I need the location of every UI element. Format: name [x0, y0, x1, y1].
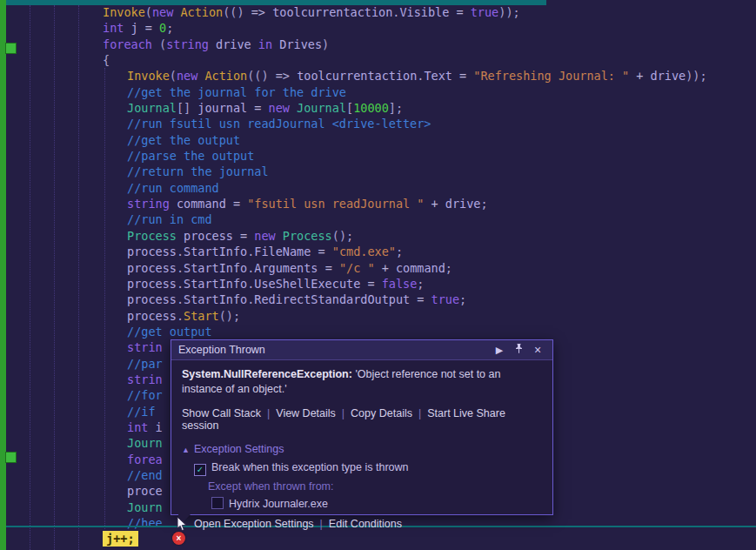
code-token: Journ	[127, 500, 163, 514]
except-when-thrown-label: Except when thrown from:	[182, 480, 542, 493]
code-line[interactable]: Invoke(new Action(() => toolcurrentactio…	[103, 4, 707, 20]
code-token: =	[318, 261, 339, 275]
code-token: =	[360, 277, 381, 291]
code-token: (	[145, 5, 152, 19]
code-token: //run fsutil usn readJournal <drive-lett…	[127, 117, 432, 131]
code-token: =	[410, 292, 431, 306]
code-token: ;	[480, 197, 487, 211]
code-token: .	[177, 292, 184, 306]
code-token: forea	[127, 453, 163, 466]
code-line[interactable]: //return the journal	[103, 164, 707, 179]
code-line[interactable]: Process process = new Process();	[103, 228, 707, 244]
code-token: =	[226, 197, 247, 211]
exception-settings-label: Exception Settings	[194, 443, 284, 455]
code-token: []	[177, 101, 197, 115]
code-token: strin	[127, 340, 163, 354]
code-token: =	[233, 229, 254, 243]
code-line[interactable]: //get the output	[103, 132, 707, 148]
code-token: ;	[396, 245, 403, 258]
code-token: proce	[127, 484, 163, 498]
popup-link-open-exception-settings[interactable]: Open Exception Settings	[194, 518, 314, 530]
code-token: )	[322, 37, 329, 51]
code-token: strin	[127, 372, 163, 386]
indent-guide	[54, 5, 55, 550]
code-token: "Refreshing Journal: "	[473, 69, 629, 83]
exception-popup: Exception Thrown ▶ × System.NullReferenc…	[171, 339, 553, 515]
code-token: toolcurrentaction	[297, 69, 417, 83]
code-token: Journal	[297, 101, 346, 115]
code-token: new	[254, 229, 283, 243]
code-token: .	[177, 261, 184, 275]
code-token: //for	[127, 388, 163, 402]
code-token: StartInfo	[184, 261, 247, 275]
exception-footer-links: Open Exception Settings|Edit Conditions	[182, 518, 542, 530]
popup-link-show-call-stack[interactable]: Show Call Stack	[182, 407, 261, 419]
code-line[interactable]: foreach (string drive in Drives)	[103, 37, 707, 52]
code-token: int	[127, 420, 156, 434]
code-token: ;	[417, 277, 424, 291]
code-token: (	[170, 69, 177, 83]
horizontal-divider-top	[6, 0, 546, 5]
continue-icon[interactable]: ▶	[492, 341, 507, 359]
code-token: command	[396, 261, 445, 275]
code-line[interactable]: //run in cmd	[103, 211, 707, 227]
link-separator: |	[320, 518, 323, 530]
link-separator: |	[267, 407, 270, 419]
close-icon[interactable]: ×	[530, 341, 545, 359]
popup-body: System.NullReferenceException: 'Object r…	[171, 360, 552, 539]
code-token: =	[449, 5, 470, 19]
code-line[interactable]: process.StartInfo.FileName = "cmd.exe";	[103, 244, 707, 259]
popup-link-copy-details[interactable]: Copy Details	[351, 407, 412, 419]
code-line[interactable]: Invoke(new Action(() => toolcurrentactio…	[103, 68, 707, 84]
code-token: in	[258, 37, 279, 51]
code-line[interactable]: //run command	[103, 180, 707, 196]
indent-guide	[78, 5, 79, 550]
popup-title-bar[interactable]: Exception Thrown ▶ ×	[171, 340, 552, 360]
code-token: process	[127, 292, 177, 306]
code-token: =>	[251, 5, 272, 19]
code-token: ;	[459, 292, 466, 306]
code-line[interactable]: int j = 0;	[103, 20, 707, 36]
code-token: =>	[276, 69, 297, 83]
code-line[interactable]: string command = "fsutil usn readJournal…	[103, 196, 707, 211]
code-line[interactable]: process.Start();	[103, 308, 707, 324]
code-line[interactable]: Journal[] journal = new Journal[10000];	[103, 100, 707, 116]
code-token: new	[177, 69, 205, 83]
code-token: true	[432, 292, 460, 306]
code-line[interactable]: //run fsutil usn readJournal <drive-lett…	[103, 116, 707, 131]
code-line[interactable]: {	[103, 52, 707, 68]
visual-studio-editor: Invoke(new Action(() => toolcurrentactio…	[0, 0, 756, 550]
code-token: FileName	[254, 245, 311, 258]
code-token: Text	[424, 69, 452, 83]
code-token: =	[311, 245, 331, 258]
code-token: RedirectStandardOutput	[254, 292, 410, 306]
code-token: Action	[180, 5, 223, 19]
collapse-arrow-icon: ▲	[182, 446, 190, 454]
code-token: Journ	[127, 436, 163, 450]
code-token: ();	[219, 309, 240, 323]
module-checkbox[interactable]	[211, 497, 224, 509]
code-line[interactable]: //parse the output	[103, 148, 707, 164]
code-line[interactable]: //get the journal for the drive	[103, 84, 707, 100]
code-token: journal	[197, 101, 247, 115]
indent-guide	[30, 5, 30, 550]
outline-marker[interactable]	[5, 43, 17, 54]
pin-icon[interactable]	[511, 341, 526, 359]
code-line[interactable]: process.StartInfo.RedirectStandardOutput…	[103, 292, 707, 307]
outline-marker[interactable]	[5, 452, 17, 463]
code-token: command	[177, 197, 226, 211]
code-token: Drives	[279, 37, 322, 51]
code-line[interactable]: process.StartInfo.UseShellExecute = fals…	[103, 276, 707, 292]
code-line[interactable]: //get output	[103, 324, 707, 339]
exception-settings-header[interactable]: ▲Exception Settings	[182, 443, 542, 455]
link-separator: |	[342, 407, 345, 419]
popup-link-edit-conditions[interactable]: Edit Conditions	[329, 518, 402, 530]
exception-action-links: Show Call Stack|View Details|Copy Detail…	[182, 407, 542, 432]
current-statement-highlight: j++;	[103, 531, 138, 547]
break-checkbox[interactable]: ✓	[194, 464, 206, 476]
code-token: foreach	[103, 37, 159, 51]
popup-link-view-details[interactable]: View Details	[276, 407, 336, 419]
code-line[interactable]: process.StartInfo.Arguments = "/c " + co…	[103, 260, 707, 276]
code-token: string	[166, 37, 216, 51]
code-token: (()	[247, 69, 276, 83]
